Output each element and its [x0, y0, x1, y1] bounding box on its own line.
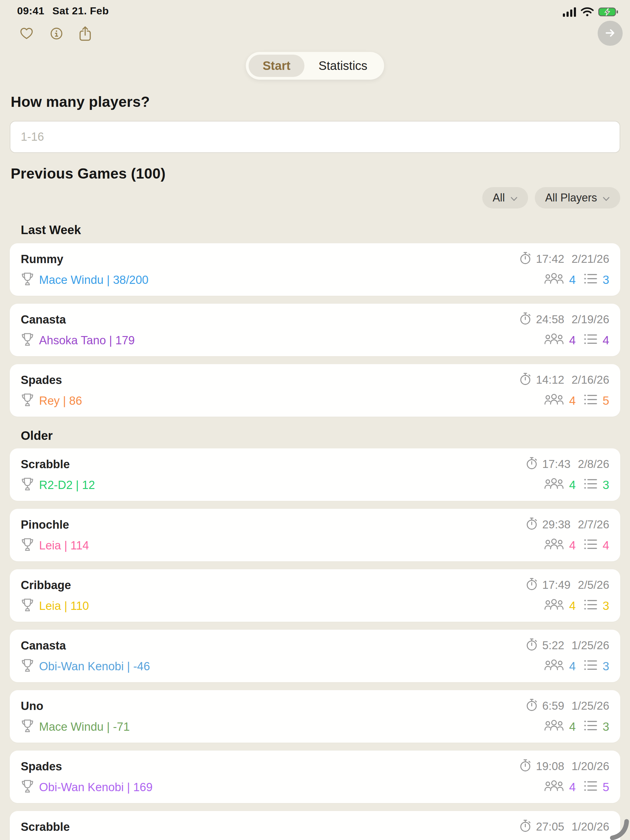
start-statistics-tabs: Start Statistics — [246, 52, 384, 80]
game-card[interactable]: Scrabble 27:05 1/20/26 — [10, 811, 620, 840]
stopwatch-icon — [519, 251, 532, 267]
game-time-meta: 6:59 1/25/26 — [525, 698, 609, 714]
round-count-value: 4 — [603, 539, 609, 552]
game-name: Spades — [21, 374, 62, 387]
game-time-meta: 14:12 2/16/26 — [519, 372, 609, 388]
rounds-list-icon — [584, 272, 598, 288]
info-icon — [49, 26, 64, 42]
game-counts: 4 3 — [544, 477, 609, 494]
game-duration: 27:05 — [536, 821, 564, 833]
game-name: Spades — [21, 760, 62, 773]
filter-row: All All Players — [10, 187, 620, 208]
game-card[interactable]: Spades 19:08 1/20/26 — [10, 750, 620, 803]
game-card[interactable]: Canasta 5:22 1/25/26 — [10, 630, 620, 682]
game-winner: Leia | 114 — [21, 537, 89, 554]
game-card-bottom-row: R2-D2 | 12 4 — [21, 477, 609, 493]
tab-start[interactable]: Start — [248, 55, 304, 77]
round-count-value: 3 — [603, 599, 609, 613]
game-card[interactable]: Uno 6:59 1/25/26 — [10, 690, 620, 743]
game-card[interactable]: Pinochle 29:38 2/7/26 — [10, 509, 620, 561]
game-card-bottom-row: Rey | 86 4 — [21, 393, 609, 409]
section-cards: Scrabble 17:43 2/8/26 — [10, 448, 620, 840]
game-date: 1/20/26 — [572, 760, 609, 773]
rounds-list-icon — [584, 393, 598, 409]
game-card[interactable]: Canasta 24:58 2/19/26 — [10, 304, 620, 356]
status-bar-left: 09:41 Sat 21. Feb — [17, 5, 109, 17]
player-count-value: 4 — [569, 539, 576, 552]
players-question-title: How many players? — [11, 93, 630, 111]
trophy-icon — [21, 272, 34, 289]
trophy-icon — [21, 597, 34, 615]
game-date: 1/25/26 — [572, 699, 609, 712]
game-counts: 4 4 — [544, 332, 609, 349]
game-time-meta: 19:08 1/20/26 — [519, 758, 609, 775]
game-filter-label: All — [493, 191, 505, 204]
game-card-top-row: Canasta 24:58 2/19/26 — [21, 312, 609, 327]
game-winner: Mace Windu | -71 — [21, 718, 130, 736]
player-count-value: 4 — [569, 334, 576, 347]
game-card-bottom-row: Mace Windu | -71 4 — [21, 719, 609, 735]
round-count-value: 5 — [603, 780, 609, 794]
game-counts: 4 5 — [544, 779, 609, 796]
info-button[interactable] — [49, 26, 64, 42]
trophy-icon — [21, 537, 34, 554]
game-date: 2/21/26 — [572, 253, 609, 265]
game-counts: 4 3 — [544, 718, 609, 735]
players-icon — [544, 718, 564, 735]
game-card-bottom-row: Obi-Wan Kenobi | -46 4 — [21, 658, 609, 674]
game-filter-dropdown[interactable]: All — [482, 187, 528, 208]
status-bar-right — [563, 7, 618, 18]
share-button[interactable] — [79, 26, 92, 43]
player-filter-dropdown[interactable]: All Players — [535, 187, 620, 208]
rounds-list-icon — [584, 537, 598, 554]
game-card-top-row: Uno 6:59 1/25/26 — [21, 698, 609, 714]
players-icon — [544, 272, 564, 289]
winner-name-score: Leia | 110 — [39, 600, 89, 613]
round-count-value: 3 — [603, 273, 609, 287]
players-icon — [544, 779, 564, 796]
game-counts: 4 5 — [544, 393, 609, 409]
game-time-meta: 5:22 1/25/26 — [525, 638, 609, 654]
round-count-value: 3 — [603, 478, 609, 492]
arrow-right-icon — [603, 26, 617, 41]
favorite-button[interactable] — [19, 26, 34, 42]
game-card[interactable]: Cribbage 17:49 2/5/26 — [10, 569, 620, 622]
section-label: Last Week — [21, 223, 630, 237]
game-time-meta: 17:42 2/21/26 — [519, 251, 609, 267]
winner-name-score: R2-D2 | 12 — [39, 478, 95, 492]
rounds-list-icon — [584, 477, 598, 493]
game-card[interactable]: Scrabble 17:43 2/8/26 — [10, 448, 620, 501]
previous-games-title: Previous Games (100) — [11, 165, 630, 182]
toolbar-left — [19, 26, 92, 43]
wifi-icon — [581, 7, 594, 18]
stopwatch-icon — [525, 638, 538, 654]
rounds-list-icon — [584, 332, 598, 349]
game-duration: 24:58 — [536, 313, 564, 326]
game-counts: 4 4 — [544, 537, 609, 554]
round-count-value: 4 — [603, 334, 609, 347]
rounds-list-icon — [584, 598, 598, 614]
game-card-bottom-row: Ahsoka Tano | 179 4 — [21, 332, 609, 348]
game-date: 2/7/26 — [578, 518, 609, 531]
game-duration: 17:43 — [542, 458, 571, 471]
game-winner: Ahsoka Tano | 179 — [21, 332, 134, 349]
winner-name-score: Obi-Wan Kenobi | 169 — [39, 781, 153, 794]
game-card-top-row: Pinochle 29:38 2/7/26 — [21, 517, 609, 533]
tab-statistics[interactable]: Statistics — [305, 55, 382, 77]
player-count-value: 4 — [569, 780, 576, 794]
game-card[interactable]: Rummy 17:42 2/21/26 — [10, 243, 620, 296]
stopwatch-icon — [519, 819, 532, 835]
game-duration: 14:12 — [536, 374, 564, 387]
game-counts: 4 3 — [544, 658, 609, 675]
game-name: Canasta — [21, 639, 66, 652]
game-card-top-row: Cribbage 17:49 2/5/26 — [21, 577, 609, 593]
game-card[interactable]: Spades 14:12 2/16/26 — [10, 364, 620, 417]
player-count-input[interactable] — [10, 121, 620, 153]
game-date: 1/20/26 — [572, 821, 609, 833]
winner-name-score: Obi-Wan Kenobi | -46 — [39, 660, 150, 673]
game-date: 2/5/26 — [578, 579, 609, 592]
continue-button[interactable] — [598, 21, 623, 46]
game-time-meta: 24:58 2/19/26 — [519, 312, 609, 328]
game-card-bottom-row: Leia | 110 4 — [21, 598, 609, 614]
rounds-list-icon — [584, 719, 598, 735]
